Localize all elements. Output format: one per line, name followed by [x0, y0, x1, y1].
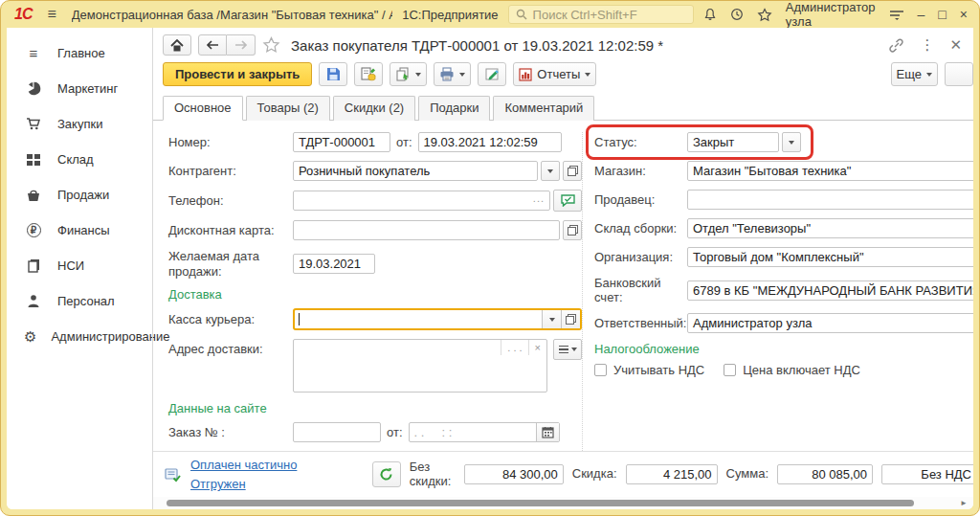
forward-button[interactable] [227, 34, 256, 56]
sidebar-item-marketing[interactable]: Маркетинг [7, 71, 152, 106]
scrollbar-right-arrow[interactable]: ► [960, 499, 968, 507]
horizontal-scrollbar[interactable]: ► [153, 497, 973, 509]
courier-cash-open-button[interactable] [561, 310, 580, 328]
courier-cash-dropdown-button[interactable] [542, 310, 561, 328]
delivery-address-field[interactable]: . . . × [293, 339, 547, 393]
counterparty-dropdown-button[interactable] [541, 161, 560, 181]
site-data-section-header: Данные на сайте [168, 401, 582, 415]
no-discount-amount-field[interactable]: 84 300,00 [464, 464, 564, 484]
site-order-date-field[interactable]: . . : : [409, 422, 560, 442]
create-based-on-button[interactable] [390, 62, 427, 86]
print-button[interactable] [434, 62, 471, 86]
scrollbar-thumb[interactable] [167, 500, 914, 506]
sections-sidebar: ≡ Главное Маркетинг Закупки Склад [7, 28, 152, 509]
sidebar-item-sales[interactable]: Продажи [7, 177, 152, 213]
current-user[interactable]: Администратор узла [786, 0, 876, 29]
site-order-date-calendar-button[interactable] [536, 423, 559, 441]
more-actions-button[interactable]: Еще [891, 62, 938, 86]
clipped-edge-button[interactable] [945, 62, 973, 86]
open-icon [568, 225, 578, 236]
date-field[interactable]: 19.03.2021 12:02:59 [418, 132, 562, 152]
sidebar-item-nsi[interactable]: НСИ [7, 248, 152, 283]
store-field[interactable]: Магазин "Бытовая техника" [687, 161, 973, 181]
desired-date-field[interactable]: 19.03.2021 [293, 254, 375, 274]
payment-status-link[interactable]: Оплачен частично [190, 458, 297, 472]
organization-field[interactable]: Торговый дом "Комплексный" [687, 247, 973, 267]
home-button[interactable] [163, 34, 191, 56]
main-menu-hamburger-icon[interactable]: ≡ [47, 6, 56, 23]
sidebar-item-finance[interactable]: ₽ Финансы [7, 213, 152, 248]
assembly-warehouse-field[interactable]: Отдел "Телевизоры" [687, 218, 973, 238]
tab-discounts[interactable]: Скидки (2) [333, 96, 415, 121]
global-search-input[interactable]: Поиск Ctrl+Shift+F [508, 5, 694, 24]
tab-goods[interactable]: Товары (2) [246, 96, 330, 121]
more-kebab-icon[interactable]: ⋮ [920, 36, 934, 54]
status-field[interactable]: Закрыт [687, 132, 779, 152]
counterparty-open-button[interactable] [563, 161, 582, 181]
send-sms-button[interactable] [553, 190, 582, 212]
phone-field[interactable]: ... [293, 191, 550, 211]
edit-button[interactable] [478, 62, 506, 86]
status-dropdown-button[interactable] [782, 132, 801, 152]
window-close-button[interactable]: × [960, 8, 968, 21]
seller-label: Продавец: [594, 192, 687, 207]
shipment-status-link[interactable]: Отгружен [190, 477, 297, 491]
sidebar-item-label: Финансы [57, 223, 110, 237]
date-label: от: [396, 135, 412, 149]
get-link-icon[interactable] [888, 38, 904, 53]
address-clear-button[interactable]: × [528, 340, 546, 355]
favorites-star-icon[interactable] [757, 8, 772, 22]
address-menu-button[interactable] [553, 339, 582, 360]
bank-account-field[interactable]: 6789 в КБ "МЕЖДУНАРОДНЫЙ БАНК РАЗВИТИЯ" … [687, 280, 973, 301]
edit-pencil-icon [485, 67, 500, 81]
total-label: Сумма: [726, 467, 768, 482]
post-and-close-button[interactable]: Провести и закрыть [163, 62, 312, 86]
vat-checkbox-wrap[interactable]: Учитывать НДС [594, 363, 704, 377]
maximize-button[interactable]: □ [938, 8, 946, 21]
site-order-number-field[interactable] [293, 422, 381, 442]
vat-mode-field[interactable]: Без НДС [881, 464, 973, 484]
reports-button[interactable]: Отчеты [513, 62, 596, 86]
total-amount-field[interactable]: 80 085,00 [777, 464, 873, 484]
counterparty-field[interactable]: Розничный покупатель [293, 161, 538, 181]
sidebar-item-personnel[interactable]: Персонал [7, 283, 152, 319]
discount-amount-field[interactable]: 4 215,00 [626, 464, 718, 484]
dropdown-caret [549, 318, 555, 322]
app-title: Демонстрационная база /Магазин "Бытовая … [72, 8, 392, 22]
sidebar-item-main[interactable]: ≡ Главное [7, 35, 152, 71]
courier-cash-field-focused[interactable] [293, 308, 582, 330]
document-title: Заказ покупателя ТДРТ-000001 от 19.03.20… [291, 37, 663, 54]
tab-gifts[interactable]: Подарки [418, 96, 490, 121]
sidebar-item-warehouse[interactable]: Склад [7, 142, 152, 177]
post-document-button[interactable] [354, 62, 383, 86]
create-based-on-icon [395, 67, 411, 81]
form-close-button[interactable]: ✕ [949, 36, 962, 54]
sidebar-item-purchases[interactable]: Закупки [7, 106, 152, 142]
refresh-icon [379, 467, 393, 482]
back-button[interactable] [198, 34, 227, 56]
discount-card-field[interactable] [293, 220, 560, 240]
favorite-star-icon[interactable] [262, 36, 280, 54]
phone-choose-dots[interactable]: ... [533, 191, 545, 208]
service-menu-icon[interactable] [889, 9, 904, 20]
responsible-field[interactable]: Администратор узла [687, 313, 973, 333]
price-includes-vat-checkbox[interactable] [724, 364, 736, 376]
dropdown-caret [571, 348, 577, 351]
discount-card-open-button[interactable] [563, 220, 582, 240]
tab-comment[interactable]: Комментарий [493, 96, 594, 121]
tab-main[interactable]: Основное [163, 96, 243, 121]
notifications-bell-icon[interactable] [703, 8, 717, 21]
price-includes-vat-checkbox-wrap[interactable]: Цена включает НДС [724, 363, 860, 377]
history-clock-icon[interactable] [730, 8, 744, 21]
seller-field[interactable] [687, 190, 973, 210]
application-window: 1С ≡ Демонстрационная база /Магазин "Быт… [0, 0, 980, 516]
vat-checkbox[interactable] [594, 364, 607, 376]
sidebar-item-administration[interactable]: ⚙ Администрирование [7, 319, 152, 354]
address-choose-button[interactable]: . . . [501, 340, 527, 355]
number-field[interactable]: ТДРТ-000001 [293, 132, 390, 152]
save-button[interactable] [319, 62, 347, 86]
recalculate-button[interactable] [372, 461, 401, 487]
taxation-section-header: Налогообложение [594, 342, 973, 356]
minimize-button[interactable]: – [918, 8, 925, 21]
no-discount-label: Без скидки: [410, 460, 456, 489]
